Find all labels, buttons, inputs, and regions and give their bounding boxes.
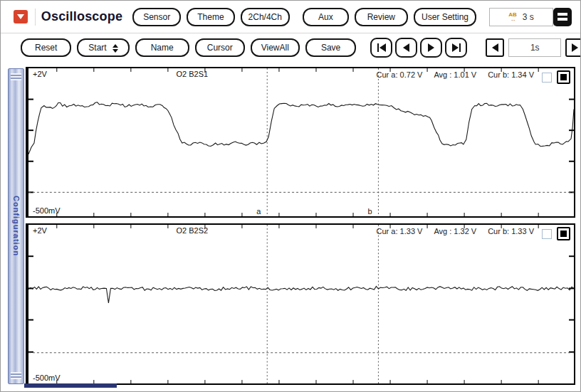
horizontal-scrollbar-thumb[interactable] (24, 383, 117, 388)
y-axis-top-label: +2V (33, 70, 47, 78)
step-back-button[interactable] (395, 38, 417, 58)
ab-time-value: 3 s (523, 12, 534, 22)
avg-value: 1.32 V (454, 227, 476, 235)
y-axis-top-label: +2V (33, 226, 47, 235)
aux-button[interactable]: Aux (303, 8, 349, 26)
avg-label: Avg : (434, 227, 451, 235)
y-axis-bottom-label: -500mV (33, 374, 61, 382)
app-dropdown-icon[interactable] (14, 10, 28, 23)
display-mode-button[interactable] (557, 70, 570, 84)
cursor-b-value: 1.33 V (511, 227, 534, 235)
right-triangle-icon (572, 43, 578, 52)
cursor-b-label: Cur b: (488, 227, 509, 235)
grip-icon (11, 73, 21, 80)
left-triangle-icon (403, 43, 409, 52)
page-title: Oscilloscope (41, 9, 122, 24)
channel-1-plot[interactable]: +2V O2 B2S1 Cur a: 0.72 V Avg : 1.01 V C… (26, 67, 575, 218)
channel-checkbox[interactable] (542, 73, 552, 83)
filled-square-icon (560, 74, 567, 80)
theme-button[interactable]: Theme (187, 8, 234, 26)
reset-button[interactable]: Reset (21, 38, 71, 57)
cursor-b-label: Cur b: (488, 70, 509, 79)
cursor-button[interactable]: Cursor (195, 38, 245, 57)
start-button[interactable]: Start (77, 38, 129, 57)
channel-2-plot[interactable]: +2V O2 B2S2 Cur a: 1.33 V Avg : 1.32 V C… (26, 223, 575, 385)
channel-readouts: Cur a: 0.72 V Avg : 1.01 V Cur b: 1.34 V (377, 70, 534, 79)
timebase-increase-button[interactable] (565, 38, 581, 57)
cursor-a-value: 1.33 V (400, 227, 423, 235)
cursor-a-value: 0.72 V (400, 70, 423, 79)
cursor-a-tag: a (256, 207, 261, 216)
avg-value: 1.01 V (454, 70, 476, 79)
channel-readouts: Cur a: 1.33 V Avg : 1.32 V Cur b: 1.33 V (377, 227, 534, 235)
review-button[interactable]: Review (355, 8, 408, 26)
step-forward-button[interactable] (420, 38, 442, 58)
save-button[interactable]: Save (305, 38, 356, 57)
right-triangle-icon (452, 43, 459, 52)
sidebar-tab-configuration[interactable]: Configuration (8, 68, 24, 384)
channel-title: O2 B2S2 (176, 226, 208, 235)
timebase-controls: 1s (486, 38, 581, 57)
right-triangle-icon (428, 43, 434, 52)
sensor-button[interactable]: Sensor (132, 8, 181, 26)
channel-mode-button[interactable]: 2Ch/4Ch (241, 8, 290, 26)
control-toolbar: Reset Start Name Cursor ViewAll Save 1s (1, 33, 580, 62)
menu-icon[interactable] (553, 8, 572, 26)
timebase-decrease-button[interactable] (486, 38, 504, 57)
down-triangle-icon (17, 14, 24, 19)
sidebar-tab-label: Configuration (12, 196, 21, 256)
cursor-b-tag: b (367, 207, 372, 216)
grip-icon (11, 372, 21, 379)
skip-to-end-button[interactable] (445, 38, 467, 58)
top-toolbar: Oscilloscope Sensor Theme 2Ch/4Ch Aux Re… (1, 1, 580, 33)
left-triangle-icon (380, 43, 386, 52)
skip-to-start-button[interactable] (370, 38, 392, 58)
viewall-button[interactable]: ViewAll (251, 38, 300, 57)
stepper-icon (112, 44, 118, 53)
ab-cursor-span-icon: AB ↔ (508, 12, 517, 22)
filled-square-icon (560, 231, 567, 237)
user-setting-button[interactable]: User Setting (414, 8, 476, 26)
timebase-field[interactable]: 1s (508, 38, 561, 57)
name-button[interactable]: Name (135, 38, 189, 57)
y-axis-bottom-label: -500mV (33, 206, 61, 215)
avg-label: Avg : (434, 70, 451, 79)
display-mode-button[interactable] (557, 227, 570, 240)
channel-2-waveform (28, 225, 574, 383)
channel-checkbox[interactable] (542, 229, 552, 239)
left-triangle-icon (492, 43, 498, 52)
channel-1-waveform (28, 68, 574, 216)
cursor-b-value: 1.34 V (511, 70, 534, 79)
oscilloscope-window: Oscilloscope Sensor Theme 2Ch/4Ch Aux Re… (0, 0, 581, 392)
channel-title: O2 B2S1 (176, 70, 208, 78)
cursor-a-label: Cur a: (377, 227, 398, 235)
divider (35, 9, 36, 26)
ab-time-display[interactable]: AB ↔ 3 s (489, 8, 553, 26)
transport-controls (370, 38, 467, 58)
cursor-a-label: Cur a: (377, 70, 398, 79)
